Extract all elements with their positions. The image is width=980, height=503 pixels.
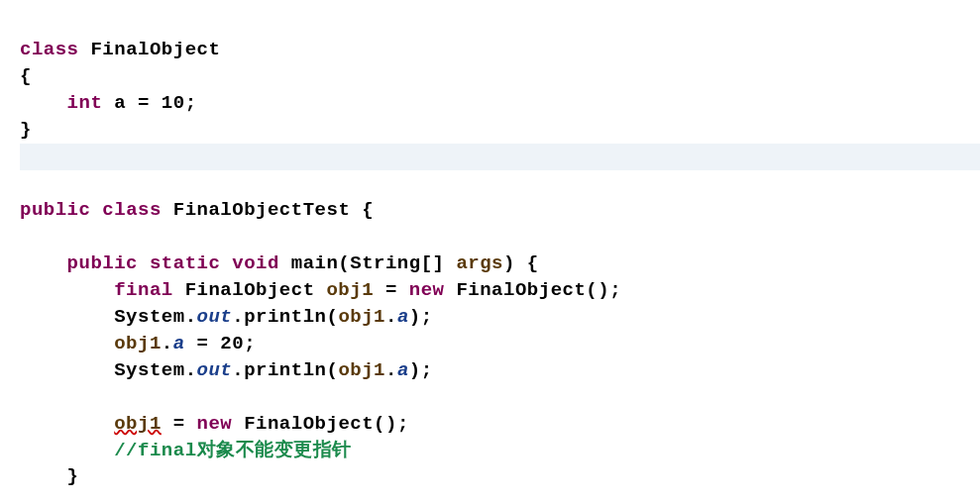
semicolon: ; [185, 92, 197, 114]
dot: . [162, 333, 173, 354]
brace-open: { [20, 65, 32, 87]
println: .println( [232, 359, 338, 381]
op-eq: = [374, 279, 409, 301]
brace-close: } [67, 465, 79, 487]
ctor-call: FinalObject(); [232, 413, 409, 435]
op-assign: = [138, 92, 162, 114]
keyword-class: class [20, 39, 79, 60]
end: ); [409, 359, 433, 381]
error-obj1: obj1 [114, 413, 162, 435]
sys: System. [114, 306, 196, 328]
dot: . [385, 306, 397, 328]
param-args: args [456, 252, 503, 274]
keyword-new: new [409, 279, 445, 301]
keyword-int: int [67, 92, 103, 114]
op-eq: = [162, 413, 197, 435]
var-obj1: obj1 [338, 359, 385, 381]
ctor-call: FinalObject(); [445, 279, 622, 301]
field-a: a [397, 306, 409, 328]
code-block: class FinalObject { int a = 10; } public… [0, 0, 980, 503]
field-out: out [197, 306, 233, 328]
keyword-psv: public static void [67, 252, 279, 274]
var-obj1: obj1 [114, 333, 162, 354]
main-sig-end: ) { [503, 252, 539, 274]
literal-10: 10 [162, 92, 185, 114]
sys: System. [114, 359, 196, 381]
keyword-class: class [102, 199, 162, 221]
println: .println( [232, 306, 338, 328]
field-a: a [397, 359, 409, 381]
keyword-final: final [114, 279, 173, 301]
end: ); [409, 306, 433, 328]
var-a: a [102, 92, 138, 114]
brace-close: } [20, 119, 32, 141]
type-ref: FinalObject [173, 279, 327, 301]
var-obj1: obj1 [326, 279, 374, 301]
var-obj1: obj1 [338, 306, 385, 328]
keyword-new: new [197, 413, 233, 435]
dot: . [385, 359, 397, 381]
assign-20: = 20; [185, 333, 256, 354]
comment: //final对象不能变更指针 [114, 440, 351, 461]
class-name-test: FinalObjectTest { [173, 199, 374, 221]
highlight-line [20, 144, 980, 170]
main-sig: main(String[] [279, 252, 457, 274]
class-name: FinalObject [90, 39, 220, 60]
field-out: out [197, 359, 233, 381]
field-a: a [173, 333, 185, 354]
keyword-public: public [20, 199, 90, 221]
